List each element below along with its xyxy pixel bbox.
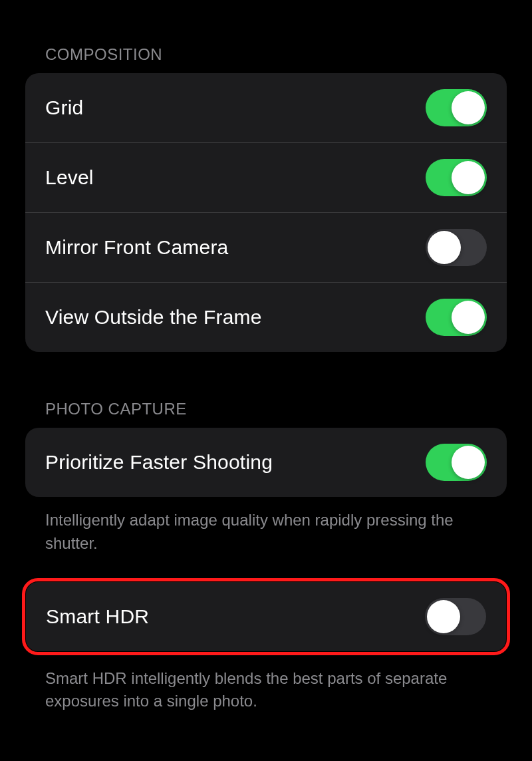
toggle-prioritize-faster-shooting[interactable] [426, 444, 487, 481]
settings-row-level: Level [25, 142, 507, 212]
toggle-knob [452, 91, 485, 124]
row-label-grid: Grid [45, 96, 83, 119]
toggle-knob [452, 446, 485, 479]
settings-group-faster-shooting: Prioritize Faster Shooting [25, 428, 507, 497]
row-label-mirror-front-camera: Mirror Front Camera [45, 236, 229, 259]
section-header-photo-capture: PHOTO CAPTURE [25, 400, 507, 418]
section-footer-smart-hdr: Smart HDR intelligently blends the best … [25, 655, 507, 714]
toggle-mirror-front-camera[interactable] [426, 229, 487, 266]
settings-group-smart-hdr: Smart HDR [26, 582, 506, 651]
row-label-view-outside-frame: View Outside the Frame [45, 306, 262, 329]
settings-container: COMPOSITION Grid Level Mirror Front Came… [0, 0, 532, 713]
settings-row-smart-hdr: Smart HDR [26, 582, 506, 651]
settings-row-prioritize-faster-shooting: Prioritize Faster Shooting [25, 428, 507, 497]
toggle-grid[interactable] [426, 89, 487, 126]
toggle-knob [452, 301, 485, 334]
settings-row-view-outside-frame: View Outside the Frame [25, 282, 507, 352]
toggle-level[interactable] [426, 159, 487, 196]
settings-group-composition: Grid Level Mirror Front Camera View Outs… [25, 73, 507, 352]
toggle-knob [452, 161, 485, 194]
section-header-composition: COMPOSITION [25, 45, 507, 64]
toggle-smart-hdr[interactable] [425, 598, 486, 635]
toggle-view-outside-frame[interactable] [426, 299, 487, 336]
row-label-prioritize-faster-shooting: Prioritize Faster Shooting [45, 451, 273, 474]
toggle-knob [428, 231, 461, 264]
row-label-smart-hdr: Smart HDR [46, 605, 149, 628]
highlighted-group-smart-hdr: Smart HDR [22, 578, 510, 655]
toggle-knob [427, 600, 460, 633]
settings-row-mirror-front-camera: Mirror Front Camera [25, 212, 507, 282]
settings-row-grid: Grid [25, 73, 507, 142]
section-footer-faster-shooting: Intelligently adapt image quality when r… [25, 497, 507, 555]
row-label-level: Level [45, 166, 94, 189]
